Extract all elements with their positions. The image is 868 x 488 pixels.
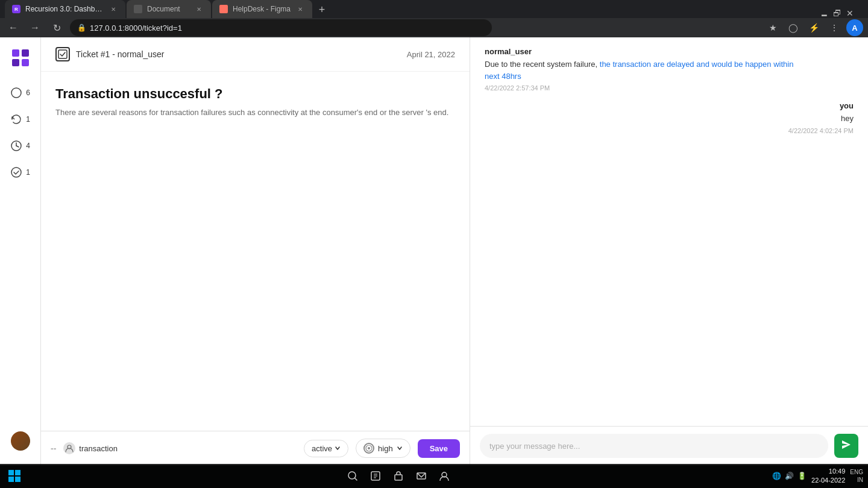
- chat-text-2: hey: [841, 113, 854, 125]
- footer-assignee: transaction: [63, 442, 118, 454]
- tab-close-recursion[interactable]: ✕: [108, 4, 118, 14]
- priority-label: high: [378, 444, 393, 453]
- taskbar: 🌐 🔊 🔋 10:49 22-04-2022 ENG IN: [0, 464, 868, 488]
- svg-rect-12: [58, 50, 67, 58]
- user-avatar[interactable]: [11, 431, 30, 451]
- save-button[interactable]: Save: [418, 439, 460, 458]
- profile-sync-icon[interactable]: ◯: [785, 19, 802, 36]
- maximize-button[interactable]: 🗗: [833, 8, 841, 18]
- priority-chevron-icon: [397, 445, 403, 451]
- extensions-icon[interactable]: ⚡: [805, 19, 822, 36]
- address-bar-row: ← → ↻ 🔒 127.0.0.1:8000/ticket?id=1 ★ ◯ ⚡…: [0, 18, 868, 37]
- svg-line-10: [16, 146, 19, 147]
- ticket-title-group: Ticket #1 - normal_user: [55, 47, 165, 61]
- taskbar-clock[interactable]: 10:49 22-04-2022: [811, 467, 845, 486]
- assignee-name: transaction: [79, 444, 118, 453]
- chat-body: normal_user Due to the recent system fai…: [470, 37, 868, 426]
- tab-favicon-recursion: R: [12, 5, 20, 13]
- chat-time-2: 4/22/2022 4:02:24 PM: [788, 127, 854, 134]
- taskbar-system-icons: 🌐 🔊 🔋: [772, 472, 807, 480]
- sidebar-badge-4: 4: [26, 142, 30, 150]
- sidebar: 6 1 4 1: [0, 37, 41, 465]
- svg-rect-5: [12, 59, 19, 66]
- app-logo[interactable]: [10, 47, 31, 69]
- send-icon: [841, 439, 852, 452]
- tab-close-document[interactable]: ✕: [194, 4, 204, 14]
- window-controls: 🗕 🗗 ✕: [820, 8, 863, 18]
- svg-rect-17: [15, 470, 20, 475]
- ticket-title-text: Ticket #1 - normal_user: [76, 49, 165, 59]
- svg-rect-26: [395, 475, 402, 480]
- taskbar-teams[interactable]: [433, 465, 455, 487]
- ticket-header: Ticket #1 - normal_user April 21, 2022: [41, 37, 470, 72]
- minimize-button[interactable]: 🗕: [820, 8, 828, 18]
- tab-bar: R Recursion 3.0: Dashboard | Dev... ✕ Do…: [0, 0, 868, 18]
- bookmark-icon[interactable]: ★: [764, 19, 781, 36]
- locale-text: ENG: [850, 468, 863, 476]
- chat-message-2: you hey 4/22/2022 4:02:24 PM: [485, 101, 854, 134]
- svg-rect-16: [8, 470, 14, 475]
- circle-icon: [10, 87, 22, 99]
- tab-title-document: Document: [147, 5, 189, 13]
- tab-document[interactable]: Document ✕: [127, 0, 211, 18]
- ticket-date: April 21, 2022: [407, 50, 455, 59]
- taskbar-time: 10:49: [811, 467, 845, 476]
- priority-dropdown[interactable]: high: [356, 439, 410, 458]
- chat-sender-1: normal_user: [485, 47, 532, 56]
- status-dropdown[interactable]: active: [304, 440, 348, 457]
- taskbar-mail[interactable]: [410, 465, 432, 487]
- assignee-icon: [63, 442, 75, 454]
- sidebar-item-check[interactable]: 1: [5, 160, 36, 184]
- chat-sender-2: you: [840, 101, 854, 110]
- svg-line-21: [354, 478, 357, 481]
- forward-button[interactable]: →: [27, 19, 43, 36]
- ticket-panel: Ticket #1 - normal_user April 21, 2022 T…: [41, 37, 470, 465]
- taskbar-date: 22-04-2022: [811, 476, 845, 485]
- address-bar[interactable]: 🔒 127.0.0.1:8000/ticket?id=1: [70, 19, 492, 36]
- sidebar-badge-1a: 1: [26, 115, 30, 124]
- locale-info: ENG IN: [850, 468, 863, 484]
- sidebar-item-clock[interactable]: 4: [5, 134, 36, 158]
- back-button[interactable]: ←: [5, 19, 22, 36]
- taskbar-search[interactable]: [342, 465, 363, 487]
- profile-button[interactable]: A: [846, 19, 863, 36]
- tab-close-figma[interactable]: ✕: [295, 4, 305, 14]
- browser-menu-icon[interactable]: ⋮: [826, 19, 843, 36]
- chevron-down-icon: [335, 445, 341, 451]
- battery-icon: 🔋: [797, 472, 807, 480]
- taskbar-store[interactable]: [388, 465, 409, 487]
- reload-button[interactable]: ↻: [48, 19, 65, 36]
- new-tab-button[interactable]: +: [313, 1, 330, 18]
- ticket-icon: [55, 47, 70, 61]
- check-circle-icon: [10, 166, 22, 178]
- locale-region: IN: [850, 476, 863, 484]
- ticket-body: Transaction unsuccesful ? There are seve…: [41, 72, 470, 431]
- network-icon: 🌐: [772, 472, 781, 480]
- sidebar-item-refresh[interactable]: 1: [5, 107, 36, 131]
- sidebar-badge-1b: 1: [26, 168, 30, 177]
- svg-rect-4: [22, 49, 29, 57]
- svg-point-11: [11, 167, 21, 177]
- url-text: 127.0.0.1:8000/ticket?id=1: [90, 23, 182, 33]
- tab-favicon-document: [134, 5, 142, 13]
- taskbar-right: 🌐 🔊 🔋 10:49 22-04-2022 ENG IN: [772, 467, 863, 486]
- close-button[interactable]: ✕: [846, 8, 854, 18]
- send-button[interactable]: [834, 434, 858, 458]
- start-button[interactable]: [5, 466, 24, 486]
- svg-rect-18: [8, 477, 14, 482]
- main-content: 6 1 4 1: [0, 37, 868, 465]
- sidebar-badge-6: 6: [26, 89, 30, 97]
- browser-chrome: R Recursion 3.0: Dashboard | Dev... ✕ Do…: [0, 0, 868, 37]
- tab-favicon-figma: [219, 5, 228, 13]
- refresh-icon: [10, 113, 22, 125]
- chat-highlight-1: the transaction are delayed and would be…: [485, 60, 793, 81]
- toolbar-actions: ★ ◯ ⚡ ⋮ A: [764, 19, 863, 36]
- tab-recursion[interactable]: R Recursion 3.0: Dashboard | Dev... ✕: [5, 0, 125, 18]
- sidebar-item-circle[interactable]: 6: [5, 81, 36, 105]
- tab-figma[interactable]: HelpDesk - Figma ✕: [212, 0, 312, 18]
- lock-icon: 🔒: [77, 23, 86, 32]
- ticket-main-title: Transaction unsuccesful ?: [55, 86, 455, 102]
- chat-input[interactable]: [480, 434, 828, 458]
- taskbar-files[interactable]: [365, 465, 386, 487]
- chat-time-1: 4/22/2022 2:57:34 PM: [485, 84, 550, 92]
